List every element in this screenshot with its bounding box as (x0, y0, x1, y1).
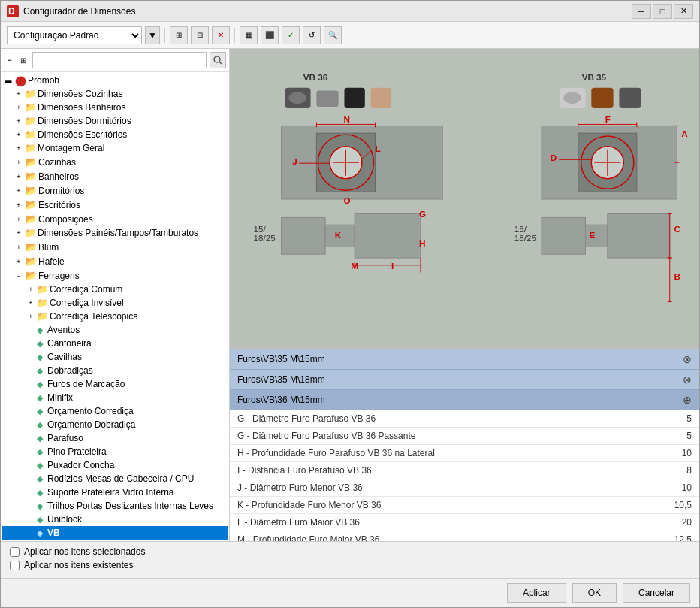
tree-item-puxador-concha[interactable]: + ◆ Puxador Concha (2, 458, 228, 472)
tree-item-uniblock[interactable]: + ◆ Uniblock (2, 513, 228, 526)
tree-expand-dim-escritorios[interactable]: + (14, 130, 23, 139)
tree-label-banheiros: Banheiros (38, 171, 79, 182)
tree-expand-ferragens[interactable]: − (14, 271, 23, 280)
tree-item-rodizios[interactable]: + ◆ Rodízios Mesas de Cabeceira / CPU (2, 472, 228, 485)
row-value-g2: 5 (662, 431, 692, 441)
maximize-button[interactable]: □ (653, 4, 672, 19)
cancel-button[interactable]: Cancelar (623, 583, 690, 603)
row-label-l: L - Diâmetro Furo Maior VB 36 (237, 517, 360, 528)
tree-label-suporte-prateleira: Suporte Prateleira Vidro Interna (47, 487, 174, 498)
tree-item-dobradicas[interactable]: + ◆ Dobradiças (2, 364, 228, 377)
window-controls: ─ □ ✕ (632, 4, 693, 19)
tree-expand-dormitorios[interactable]: + (14, 186, 23, 195)
minimize-button[interactable]: ─ (632, 4, 651, 19)
sidebar: ≡ ⊞ ▬ ⬤ Promob (1, 49, 230, 541)
toolbar-grid-button[interactable]: ▦ (240, 26, 258, 44)
tree-label-vb: VB (47, 528, 60, 538)
tree-item-vb[interactable]: + ◆ VB (2, 526, 228, 540)
tree-item-pino-prateleira[interactable]: + ◆ Pino Prateleira (2, 445, 228, 458)
apply-button[interactable]: Aplicar (507, 583, 566, 603)
sidebar-search-button[interactable] (210, 52, 226, 68)
tree-item-blum[interactable]: + 📂 Blum (2, 240, 228, 254)
tree-item-banheiros[interactable]: + 📂 Banheiros (2, 169, 228, 183)
tree-item-cavilhas[interactable]: + ◆ Cavilhas (2, 350, 228, 364)
tree-item-parafuso[interactable]: + ◆ Parafuso (2, 431, 228, 445)
tree-item-escritorios[interactable]: + 📂 Escritórios (2, 198, 228, 212)
tree-item-suporte-prateleira[interactable]: + ◆ Suporte Prateleira Vidro Interna (2, 485, 228, 499)
tree-item-corredicao-comum[interactable]: + 📁 Corrediça Comum (2, 283, 228, 296)
tree-item-orcamento-corredicao[interactable]: + ◆ Orçamento Corrediça (2, 404, 228, 418)
tree-expand-composicoes[interactable]: + (14, 215, 23, 224)
tree-expand-corredicao-comum[interactable]: + (26, 285, 35, 294)
tree-label-promob: Promob (28, 75, 59, 86)
toolbar-refresh-button[interactable]: ↺ (303, 26, 321, 44)
tree-item-cantoneira-l[interactable]: + ◆ Cantoneira L (2, 337, 228, 350)
tree-item-dormitorios[interactable]: + 📂 Dormitórios (2, 183, 228, 198)
section-header-vb35-15[interactable]: Furos\VB\35 M\15mm ⊗ (230, 349, 699, 370)
config-dropdown-arrow[interactable]: ▼ (145, 26, 160, 44)
checkbox-apply-existing[interactable] (10, 561, 20, 570)
tree-item-dim-dormitorios[interactable]: + 📁 Dimensões Dormitórios (2, 114, 228, 128)
row-label-k: K - Profundidade Furo Menor VB 36 (237, 500, 381, 510)
row-value-k: 10,5 (662, 500, 692, 510)
svg-point-7 (288, 92, 306, 104)
section-label-vb36-15: Furos\VB\36 M\15mm (237, 395, 325, 405)
tree-expand-dim-dormitorios[interactable]: + (14, 116, 23, 126)
tree-expand-cozinhas[interactable]: + (14, 158, 23, 167)
tree-icon-grid[interactable]: ⊞ (17, 54, 29, 66)
section-header-vb36-15[interactable]: Furos\VB\36 M\15mm ⊕ (230, 390, 699, 410)
tree-item-orcamento-dobradica[interactable]: + ◆ Orçamento Dobradiça (2, 418, 228, 431)
tree-expand-corredicao-invisivel[interactable]: + (26, 298, 35, 307)
section-header-vb35-18[interactable]: Furos\VB\35 M\18mm ⊗ (230, 370, 699, 390)
tree-item-trilhos[interactable]: + ◆ Trilhos Portas Deslizantes Internas … (2, 499, 228, 513)
sidebar-search-input[interactable] (32, 52, 207, 68)
toolbar-open-button[interactable]: ⊟ (191, 26, 209, 44)
tree-item-corredicao-telescopica[interactable]: + 📁 Corrediça Telescópica (2, 310, 228, 323)
tree-expand-escritorios[interactable]: + (14, 201, 23, 210)
tree-label-dobradicas: Dobradiças (47, 365, 93, 376)
tree-item-dim-banheiros[interactable]: + 📁 Dimensões Banheiros (2, 101, 228, 114)
tree-expand-hafele[interactable]: + (14, 257, 23, 266)
tree-item-promob[interactable]: ▬ ⬤ Promob (2, 74, 228, 87)
tree-label-furos-marcacao: Furos de Marcação (47, 379, 125, 389)
checkbox-apply-selected[interactable] (10, 547, 20, 557)
tree-item-aventos[interactable]: + ◆ Aventos (2, 323, 228, 337)
tree-area[interactable]: ▬ ⬤ Promob + 📁 Dimensões Cozinhas + (1, 72, 229, 541)
toolbar-separator-1 (164, 28, 165, 43)
tree-item-cozinhas[interactable]: + 📂 Cozinhas (2, 155, 228, 169)
row-value-j: 10 (662, 482, 692, 493)
toolbar-new-button[interactable]: ⊞ (170, 26, 188, 44)
tree-icon-list[interactable]: ≡ (4, 54, 16, 66)
tree-item-furos-marcacao[interactable]: + ◆ Furos de Marcação (2, 377, 228, 391)
doc-icon-minifix: ◆ (37, 393, 43, 403)
tree-expand-banheiros[interactable]: + (14, 172, 23, 181)
tree-expand-dim-banheiros[interactable]: + (14, 103, 23, 112)
tree-expand-dim-paineis[interactable]: + (14, 228, 23, 237)
section-label-vb35-15: Furos\VB\35 M\15mm (237, 354, 325, 364)
close-button[interactable]: ✕ (674, 4, 693, 19)
tree-expand-dim-cozinhas[interactable]: + (14, 89, 23, 98)
tree-item-dim-cozinhas[interactable]: + 📁 Dimensões Cozinhas (2, 87, 228, 101)
tree-item-minifix[interactable]: + ◆ Minifix (2, 391, 228, 404)
ok-button[interactable]: OK (572, 583, 617, 603)
tree-item-hafele[interactable]: + 📂 Hafele (2, 254, 228, 268)
toolbar-apply-button[interactable]: ✓ (282, 26, 300, 44)
tree-item-composicoes[interactable]: + 📂 Composições (2, 212, 228, 226)
bottom-bar: Aplicar nos itens selecionados Aplicar n… (1, 541, 699, 578)
tree-item-dim-escritorios[interactable]: + 📁 Dimensões Escritórios (2, 128, 228, 141)
tree-expand-montagem[interactable]: + (14, 144, 23, 153)
content-area: ≡ ⊞ ▬ ⬤ Promob (1, 49, 699, 541)
tree-item-dim-paineis[interactable]: + 📁 Dimensões Painéis/Tampos/Tamburatos (2, 226, 228, 240)
tree-item-ferragens[interactable]: − 📂 Ferragens (2, 268, 228, 283)
toolbar-export-button[interactable]: ⬛ (261, 26, 279, 44)
tree-expand-blum[interactable]: + (14, 243, 23, 252)
svg-text:C: C (674, 224, 681, 234)
tree-item-montagem[interactable]: + 📁 Montagem Geral (2, 141, 228, 155)
section-toggle-vb36-15: ⊕ (683, 394, 692, 406)
config-dropdown[interactable]: Configuração Padrão (7, 26, 142, 44)
toolbar-delete-button[interactable]: ✕ (212, 26, 230, 44)
tree-item-corredicao-invisivel[interactable]: + 📁 Corrediça Invisível (2, 296, 228, 310)
tree-expand-promob[interactable]: ▬ (4, 76, 13, 85)
toolbar-search-button[interactable]: 🔍 (324, 26, 342, 44)
tree-expand-corredicao-telescopica[interactable]: + (26, 312, 35, 321)
